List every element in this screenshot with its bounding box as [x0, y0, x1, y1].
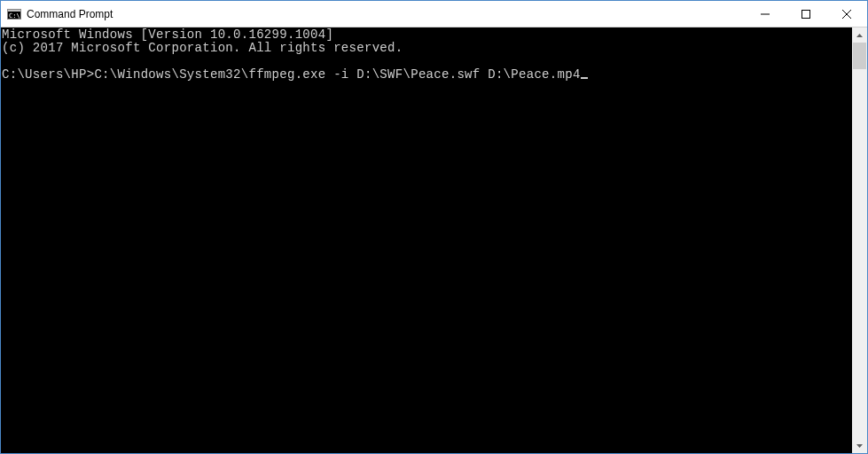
client-area: Microsoft Windows [Version 10.0.16299.10…	[1, 27, 867, 453]
command-prompt-window: C:\ Command Prompt	[0, 0, 868, 454]
chevron-up-icon	[856, 34, 863, 37]
command-text: C:\Windows\System32\ffmpeg.exe -i D:\SWF…	[94, 67, 580, 82]
svg-marker-8	[856, 444, 863, 448]
svg-rect-4	[802, 10, 810, 18]
maximize-button[interactable]	[786, 1, 826, 27]
cursor	[581, 77, 588, 79]
window-title: Command Prompt	[27, 8, 113, 20]
svg-marker-7	[856, 34, 863, 37]
vertical-scrollbar[interactable]	[852, 27, 867, 453]
window-controls	[745, 1, 867, 27]
close-icon	[842, 10, 851, 19]
scroll-track[interactable]	[852, 43, 867, 438]
scroll-thumb[interactable]	[853, 43, 866, 69]
close-button[interactable]	[826, 1, 867, 27]
copyright-line: (c) 2017 Microsoft Corporation. All righ…	[2, 41, 403, 55]
cmd-icon: C:\	[7, 7, 21, 21]
titlebar[interactable]: C:\ Command Prompt	[1, 1, 867, 27]
version-line: Microsoft Windows [Version 10.0.16299.10…	[2, 27, 333, 42]
prompt-line: C:\Users\HP>C:\Windows\System32\ffmpeg.e…	[2, 67, 588, 82]
terminal-output[interactable]: Microsoft Windows [Version 10.0.16299.10…	[1, 27, 852, 453]
scroll-up-button[interactable]	[852, 27, 867, 43]
minimize-button[interactable]	[745, 1, 786, 27]
svg-text:C:\: C:\	[9, 12, 20, 20]
prompt-text: C:\Users\HP>	[2, 67, 94, 82]
minimize-icon	[761, 10, 770, 19]
chevron-down-icon	[856, 444, 863, 448]
scroll-down-button[interactable]	[852, 438, 867, 453]
maximize-icon	[802, 10, 810, 19]
svg-rect-1	[8, 10, 20, 12]
